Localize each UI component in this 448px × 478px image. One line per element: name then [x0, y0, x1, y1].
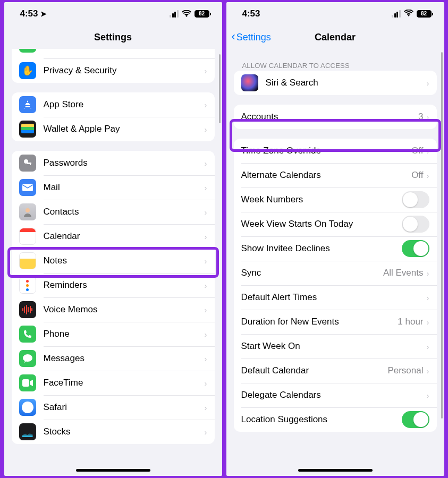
status-time: 4:53: [20, 8, 38, 19]
row-location-suggestions[interactable]: Location Suggestions: [234, 407, 437, 432]
stocks-icon: [19, 423, 36, 440]
wallet-icon: [19, 121, 36, 138]
chevron-right-icon: ›: [205, 354, 207, 363]
svg-rect-2: [30, 163, 31, 165]
row-label: Wallet & Apple Pay: [44, 124, 205, 134]
row-label: Notes: [44, 255, 205, 266]
settings-scroll[interactable]: ✋ Privacy & Security › App Store › Walle…: [4, 49, 222, 476]
row-show-invitee-declines[interactable]: Show Invitee Declines: [234, 236, 437, 261]
chevron-right-icon: ›: [205, 330, 207, 339]
status-bar: 4:53 ➤ 82: [4, 2, 222, 25]
row-sync[interactable]: Sync All Events ›: [234, 261, 437, 285]
row-label: Week Numbers: [241, 194, 402, 205]
row-label: Week View Starts On Today: [241, 219, 402, 229]
row-label: Time Zone Override: [241, 146, 412, 156]
facetime-icon: [19, 374, 36, 391]
row-week-view-today[interactable]: Week View Starts On Today: [234, 212, 437, 236]
group-accounts: Accounts 3 ›: [234, 105, 437, 129]
chevron-right-icon: ›: [205, 183, 207, 192]
calendar-icon: [19, 228, 36, 245]
row-duration-new-events[interactable]: Duration for New Events 1 hour ›: [234, 310, 437, 334]
group-apps: Passwords › Mail › Contacts › Calendar: [12, 151, 215, 444]
chevron-right-icon: ›: [427, 269, 429, 278]
row-phone[interactable]: Phone ›: [12, 322, 215, 346]
chevron-right-icon: ›: [427, 147, 429, 156]
cellular-signal-icon: [392, 10, 401, 18]
chevron-left-icon: ‹: [232, 30, 235, 44]
row-delegate-calendars[interactable]: Delegate Calendars ›: [234, 383, 437, 407]
chevron-right-icon: ›: [427, 366, 429, 375]
chevron-right-icon: ›: [205, 379, 207, 388]
group-settings: Time Zone Override Off › Alternate Calen…: [234, 139, 437, 432]
row-messages[interactable]: Messages ›: [12, 346, 215, 371]
toggle-week-numbers[interactable]: [402, 191, 429, 208]
home-indicator[interactable]: [298, 469, 373, 472]
back-label: Settings: [236, 32, 271, 43]
scrollbar[interactable]: [441, 52, 443, 419]
row-privacy-security[interactable]: ✋ Privacy & Security ›: [12, 58, 215, 83]
row-contacts[interactable]: Contacts ›: [12, 200, 215, 224]
row-calendar[interactable]: Calendar ›: [12, 224, 215, 249]
row-facetime[interactable]: FaceTime ›: [12, 371, 215, 395]
hand-icon: ✋: [19, 62, 36, 79]
row-value: All Events: [383, 268, 424, 278]
status-time: 4:53: [242, 8, 260, 19]
toggle-week-view[interactable]: [402, 216, 429, 233]
row-label: Alternate Calendars: [241, 170, 412, 181]
chevron-right-icon: ›: [205, 403, 207, 412]
row-accounts[interactable]: Accounts 3 ›: [234, 105, 437, 129]
navbar: ‹ Settings Calendar: [226, 25, 444, 49]
group-peek: ✋ Privacy & Security ›: [12, 49, 215, 83]
row-label: Reminders: [44, 280, 205, 291]
scrollbar[interactable]: [219, 54, 221, 123]
row-label: Phone: [44, 329, 205, 339]
svg-point-4: [26, 208, 30, 212]
row-value: Off: [411, 170, 423, 181]
row-week-numbers[interactable]: Week Numbers: [234, 187, 437, 212]
phone-icon: [19, 326, 36, 343]
battery-icon: 82: [195, 10, 209, 18]
toggle-location-suggestions[interactable]: [402, 411, 429, 428]
row-default-alert-times[interactable]: Default Alert Times ›: [234, 285, 437, 310]
back-button[interactable]: ‹ Settings: [232, 31, 271, 44]
group-store: App Store › Wallet & Apple Pay ›: [12, 92, 215, 141]
location-arrow-icon: ➤: [40, 10, 47, 18]
chevron-right-icon: ›: [205, 281, 207, 290]
chevron-right-icon: ›: [205, 125, 207, 134]
chevron-right-icon: ›: [205, 232, 207, 241]
row-voice-memos[interactable]: Voice Memos ›: [12, 297, 215, 322]
row-label: Sync: [241, 268, 383, 278]
row-alternate-calendars[interactable]: Alternate Calendars Off ›: [234, 163, 437, 187]
voice-memos-icon: [19, 301, 36, 318]
row-passwords[interactable]: Passwords ›: [12, 151, 215, 175]
calendar-scroll[interactable]: ALLOW CALENDAR TO ACCESS Siri & Search ›…: [226, 49, 444, 476]
chevron-right-icon: ›: [427, 171, 429, 180]
row-reminders[interactable]: Reminders ›: [12, 273, 215, 297]
key-icon: [19, 155, 36, 172]
row-siri-search[interactable]: Siri & Search ›: [234, 71, 437, 95]
row-app-store[interactable]: App Store ›: [12, 92, 215, 117]
row-default-calendar[interactable]: Default Calendar Personal ›: [234, 358, 437, 383]
row-partial[interactable]: [12, 49, 215, 58]
row-label: Accounts: [241, 112, 419, 122]
row-notes[interactable]: Notes ›: [12, 249, 215, 273]
home-indicator[interactable]: [76, 469, 150, 472]
phone-left-settings: 4:53 ➤ 82 Settings ✋ Priv: [4, 2, 222, 476]
toggle-invitee-declines[interactable]: [402, 240, 429, 257]
row-label: Delegate Calendars: [241, 390, 427, 400]
row-mail[interactable]: Mail ›: [12, 175, 215, 200]
svg-rect-6: [22, 379, 29, 387]
row-label: Location Suggestions: [241, 414, 402, 425]
row-label: Default Alert Times: [241, 292, 427, 303]
chevron-right-icon: ›: [205, 305, 207, 314]
row-start-week-on[interactable]: Start Week On ›: [234, 334, 437, 358]
app-store-icon: [19, 96, 36, 113]
row-stocks[interactable]: Stocks ›: [12, 420, 215, 444]
row-time-zone-override[interactable]: Time Zone Override Off ›: [234, 139, 437, 163]
row-label: Mail: [44, 182, 205, 193]
chevron-right-icon: ›: [427, 113, 429, 122]
wifi-icon: [404, 8, 413, 19]
row-label: Contacts: [44, 207, 205, 217]
row-safari[interactable]: Safari ›: [12, 395, 215, 420]
row-wallet[interactable]: Wallet & Apple Pay ›: [12, 117, 215, 141]
